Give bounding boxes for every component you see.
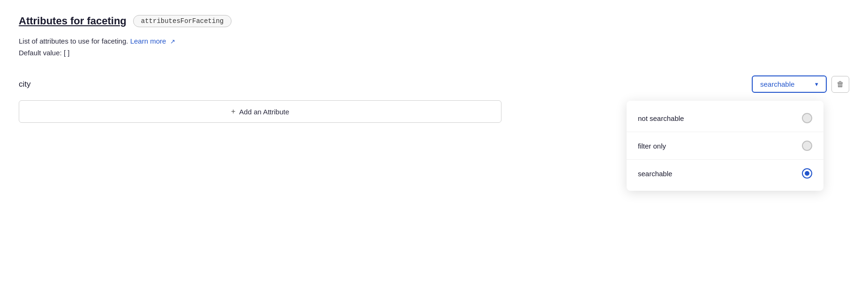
searchable-dropdown-button[interactable]: searchable ▾ [752,75,827,93]
chevron-down-icon: ▾ [815,81,818,88]
radio-not-searchable [802,113,812,123]
attribute-row-city: city searchable ▾ 🗑 [19,75,849,93]
dropdown-item-not-searchable[interactable]: not searchable [627,105,823,132]
header-row: Attributes for faceting attributesForFac… [19,15,849,27]
radio-searchable [802,168,812,179]
trash-icon: 🗑 [837,80,844,89]
dropdown-item-label-searchable: searchable [638,170,672,178]
dropdown-item-label-filter-only: filter only [638,142,666,150]
code-badge: attributesForFaceting [133,15,232,27]
dropdown-value-label: searchable [760,80,794,88]
plus-icon: + [231,107,235,116]
learn-more-link[interactable]: Learn more ↗ [130,37,175,45]
dropdown-item-filter-only[interactable]: filter only [627,132,823,160]
attribute-controls: searchable ▾ 🗑 [752,75,849,93]
attributes-section: city searchable ▾ 🗑 + Add an Attribute n… [19,75,849,123]
description: List of attributes to use for faceting. … [19,36,849,47]
attribute-name-city: city [19,80,31,89]
dropdown-item-searchable[interactable]: searchable [627,160,823,187]
default-value-row: Default value: [ ] [19,49,849,57]
external-link-icon: ↗ [170,37,175,47]
delete-button[interactable]: 🗑 [831,76,849,93]
description-text: List of attributes to use for faceting. [19,37,128,45]
dropdown-item-label-not-searchable: not searchable [638,114,684,122]
dropdown-menu: not searchable filter only searchable [627,101,823,191]
add-attribute-button[interactable]: + Add an Attribute [19,100,501,123]
add-attribute-label: Add an Attribute [239,108,289,116]
page-title: Attributes for faceting [19,15,127,27]
radio-filter-only [802,141,812,151]
